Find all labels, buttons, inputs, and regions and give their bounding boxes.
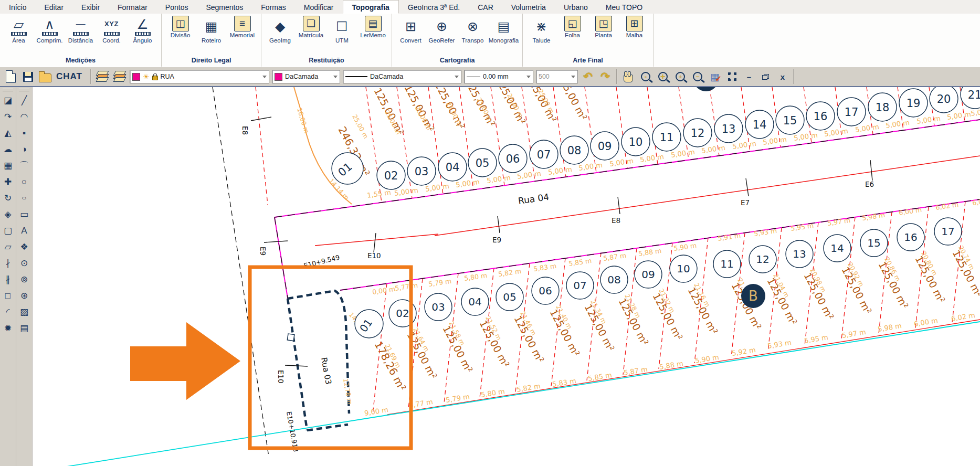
- ribbon-button-transpo[interactable]: ⊗Transpo: [457, 16, 488, 44]
- layers-manager-button[interactable]: [112, 69, 127, 84]
- menu-tab-meu-topo[interactable]: Meu TOPO: [597, 0, 651, 14]
- explode-tool[interactable]: ✹: [1, 320, 15, 336]
- array-grid-tool[interactable]: ▦: [1, 157, 15, 174]
- menu-tab-volumetria[interactable]: Volumetria: [502, 0, 555, 14]
- lot-width-label: 5,95 m: [804, 333, 829, 345]
- ribbon-button-comprim-[interactable]: ∧Comprim.: [34, 16, 65, 44]
- ribbon-button-geoimg[interactable]: ◆GeoImg: [265, 16, 296, 44]
- ribbon-button-matr-cula[interactable]: ❏Matrícula: [296, 16, 326, 38]
- ribbon-button-lermemo[interactable]: ▤LerMemo: [357, 16, 388, 38]
- point-tool[interactable]: ▪: [17, 125, 31, 141]
- menu-tab-exibir[interactable]: Exibir: [72, 0, 109, 14]
- curve-length-label: 16,00 m: [296, 107, 310, 134]
- trim-region-tool[interactable]: ▢: [1, 223, 15, 239]
- ribbon-button-label: Área: [12, 37, 25, 44]
- ribbon-button-dist-ncia[interactable]: ─Distância: [65, 16, 96, 44]
- menu-tab-car[interactable]: CAR: [469, 0, 502, 14]
- stretch-tool[interactable]: ▱: [1, 239, 15, 255]
- menu-tab-editar[interactable]: Editar: [35, 0, 72, 14]
- revision-cloud-tool[interactable]: ☁: [1, 141, 15, 157]
- save-button[interactable]: [20, 69, 35, 84]
- ribbon-button-malha[interactable]: ⊞Malha: [619, 16, 650, 38]
- ribbon-button-georefer[interactable]: ⊕GeoRefer: [426, 16, 457, 44]
- line-tool[interactable]: ╱: [17, 92, 31, 109]
- zoom-in-button[interactable]: +: [673, 69, 688, 84]
- menu-tab-urbano[interactable]: Urbano: [555, 0, 597, 14]
- ribbon-button--ngulo[interactable]: ∠Ângulo: [127, 16, 158, 44]
- ribbon-button-memorial[interactable]: ≡Memorial: [227, 16, 258, 38]
- ribbon-button-roteiro[interactable]: ▦Roteiro: [196, 16, 227, 44]
- close-button[interactable]: x: [776, 72, 789, 81]
- hatch-tool[interactable]: ▨: [17, 304, 31, 320]
- table-check-button[interactable]: ▦: [708, 69, 722, 84]
- menu-tab-formatar[interactable]: Formatar: [109, 0, 156, 14]
- rectangle-tool[interactable]: ▭: [17, 206, 31, 223]
- lot-width-label: 0,00 m: [372, 285, 396, 296]
- rotate-tool[interactable]: ↻: [1, 190, 15, 206]
- zoom-window-button[interactable]: ✛: [656, 69, 670, 84]
- ribbon-button-talude[interactable]: ⋇Talude: [526, 16, 557, 44]
- menu-tab-topografia[interactable]: Topografia: [343, 0, 399, 14]
- ribbon-button-divis-o[interactable]: ◫Divisão: [165, 16, 196, 38]
- fullscreen-button[interactable]: [725, 69, 740, 84]
- text-tool[interactable]: A: [17, 223, 31, 239]
- linetype-select[interactable]: DaCamada: [343, 70, 461, 83]
- chat-button[interactable]: CHAT: [56, 71, 82, 82]
- redo-icon: ↷: [600, 70, 610, 83]
- lot-number: 16: [814, 110, 828, 123]
- mirror-tool[interactable]: ◭: [1, 125, 15, 141]
- scale-rect-tool[interactable]: □: [1, 288, 15, 304]
- undo-button[interactable]: ↶: [581, 69, 595, 84]
- color-select[interactable]: DaCamada: [272, 70, 340, 83]
- ribbon-button-coord-[interactable]: XYZCoord.: [96, 16, 127, 44]
- ellipse-tool[interactable]: ○: [17, 193, 31, 203]
- label-tag-tool[interactable]: ❖: [17, 239, 31, 255]
- ribbon-button-monografia[interactable]: ▤Monografia: [488, 16, 519, 44]
- menu-tab-pontos[interactable]: Pontos: [156, 0, 197, 14]
- layers-button[interactable]: [95, 69, 110, 84]
- eraser-tool[interactable]: ◪: [1, 92, 15, 109]
- new-file-button[interactable]: [3, 69, 18, 84]
- open-button[interactable]: [38, 69, 52, 84]
- break-line-2-tool[interactable]: ∦: [1, 271, 15, 288]
- canvas-area[interactable]: E8E9E10E10E9E8E7E6E10+9.549E10+10.913246…: [33, 87, 980, 466]
- spline-edit-tool[interactable]: ↷: [1, 109, 15, 125]
- ribbon-button-utm[interactable]: ☐UTM: [326, 16, 357, 44]
- circle-tool[interactable]: ○: [17, 174, 31, 190]
- lineweight-select[interactable]: 0.00 mm: [464, 70, 533, 83]
- move-tool[interactable]: ✚: [1, 174, 15, 190]
- break-line-tool[interactable]: ∤: [1, 255, 15, 271]
- polyline-arc-tool[interactable]: ◠: [17, 109, 31, 125]
- intersect-tool[interactable]: ⊛: [17, 288, 31, 304]
- union-tool[interactable]: ⊙: [17, 255, 31, 271]
- minimize-button[interactable]: –: [742, 72, 756, 81]
- subtract-tool[interactable]: ⊚: [17, 271, 31, 288]
- redo-button[interactable]: ↷: [598, 69, 613, 84]
- ribbon-button-convert[interactable]: ⊞Convert: [395, 16, 426, 44]
- menu-tab-in-cio[interactable]: Início: [0, 0, 35, 14]
- ribbon-button--rea[interactable]: ▱Área: [3, 16, 34, 44]
- arc-3-points-tool[interactable]: ⌒: [17, 157, 31, 174]
- fillet-corner-tool[interactable]: ◜: [1, 304, 15, 320]
- zoom-out-button[interactable]: −: [690, 69, 705, 84]
- lot-number: 21: [968, 89, 980, 101]
- hatch-boundary-tool[interactable]: ▤: [17, 320, 31, 336]
- menu-tab-geoincra-3-ed-[interactable]: GeoIncra 3ª Ed.: [399, 0, 469, 14]
- reference-point-tool[interactable]: ◑: [17, 141, 31, 157]
- ribbon-group-cartografia: ⊞Convert⊕GeoRefer⊗Transpo▤MonografiaCart…: [392, 14, 523, 67]
- menu-tab-segmentos[interactable]: Segmentos: [197, 0, 252, 14]
- pan-button[interactable]: [621, 69, 636, 84]
- zoom-extents-button[interactable]: ▫: [638, 69, 653, 84]
- layer-color-swatch: [132, 73, 140, 81]
- rotate-copy-tool[interactable]: ◈: [1, 206, 15, 223]
- -rea-icon: ▱: [11, 16, 27, 37]
- layer-select[interactable]: ☀ RUA: [130, 70, 269, 83]
- restore-button[interactable]: [758, 69, 773, 84]
- ribbon-button-folha[interactable]: ◱Folha: [557, 16, 588, 38]
- lot-number: 17: [845, 106, 859, 119]
- menu-tab-modificar[interactable]: Modificar: [295, 0, 343, 14]
- scale-select[interactable]: 500: [536, 70, 578, 83]
- ribbon-button-planta[interactable]: ◳Planta: [588, 16, 619, 38]
- menu-tab-formas[interactable]: Formas: [252, 0, 294, 14]
- lot-width-label: 5,00 m: [639, 153, 664, 164]
